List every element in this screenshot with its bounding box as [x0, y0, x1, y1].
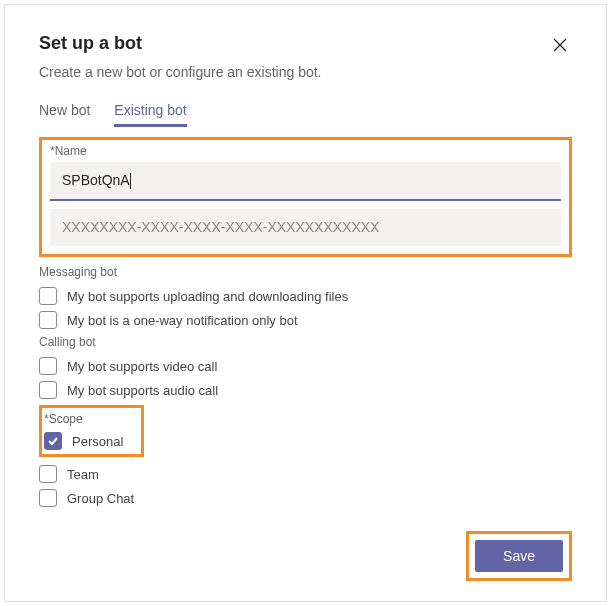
checkbox-oneway[interactable] — [39, 311, 57, 329]
checkbox-label-groupchat: Group Chat — [67, 491, 134, 506]
checkbox-groupchat[interactable] — [39, 489, 57, 507]
checkbox-label-video: My bot supports video call — [67, 359, 217, 374]
checkbox-row-audio[interactable]: My bot supports audio call — [39, 381, 572, 399]
name-label: *Name — [50, 144, 561, 158]
checkbox-row-oneway[interactable]: My bot is a one-way notification only bo… — [39, 311, 572, 329]
dialog-footer: Save — [466, 531, 572, 581]
checkbox-label-team: Team — [67, 467, 99, 482]
checkbox-row-video[interactable]: My bot supports video call — [39, 357, 572, 375]
checkbox-personal[interactable] — [44, 432, 62, 450]
scope-label: *Scope — [44, 412, 123, 426]
close-button[interactable] — [548, 33, 572, 60]
checkbox-label-personal: Personal — [72, 434, 123, 449]
checkbox-audio[interactable] — [39, 381, 57, 399]
scope-remaining: Team Group Chat — [39, 465, 572, 507]
tab-bar: New bot Existing bot — [39, 102, 572, 127]
tab-new-bot[interactable]: New bot — [39, 102, 90, 127]
checkbox-upload-files[interactable] — [39, 287, 57, 305]
checkbox-label-oneway: My bot is a one-way notification only bo… — [67, 313, 298, 328]
messaging-section-label: Messaging bot — [39, 265, 572, 279]
close-icon — [552, 41, 568, 56]
tab-existing-bot[interactable]: Existing bot — [114, 102, 186, 127]
scope-highlight: *Scope Personal — [39, 405, 144, 457]
save-button[interactable]: Save — [475, 540, 563, 572]
dialog-subtitle: Create a new bot or configure an existin… — [39, 64, 572, 80]
checkbox-label-audio: My bot supports audio call — [67, 383, 218, 398]
checkbox-row-team[interactable]: Team — [39, 465, 572, 483]
calling-section-label: Calling bot — [39, 335, 572, 349]
bot-id-input[interactable]: XXXXXXXX-XXXX-XXXX-XXXX-XXXXXXXXXXXX — [50, 209, 561, 246]
setup-bot-dialog: Set up a bot Create a new bot or configu… — [4, 4, 607, 602]
name-section-highlight: *Name SPBotQnA XXXXXXXX-XXXX-XXXX-XXXX-X… — [39, 137, 572, 257]
checkbox-row-personal[interactable]: Personal — [44, 432, 123, 450]
checkbox-row-groupchat[interactable]: Group Chat — [39, 489, 572, 507]
checkbox-video[interactable] — [39, 357, 57, 375]
dialog-title: Set up a bot — [39, 33, 142, 54]
save-highlight: Save — [466, 531, 572, 581]
checkbox-team[interactable] — [39, 465, 57, 483]
text-cursor — [130, 173, 131, 189]
bot-name-value: SPBotQnA — [62, 172, 130, 188]
dialog-header: Set up a bot — [39, 33, 572, 64]
bot-name-input[interactable]: SPBotQnA — [50, 162, 561, 201]
bot-id-value: XXXXXXXX-XXXX-XXXX-XXXX-XXXXXXXXXXXX — [62, 219, 379, 235]
checkbox-row-upload-files[interactable]: My bot supports uploading and downloadin… — [39, 287, 572, 305]
checkbox-label-upload: My bot supports uploading and downloadin… — [67, 289, 348, 304]
